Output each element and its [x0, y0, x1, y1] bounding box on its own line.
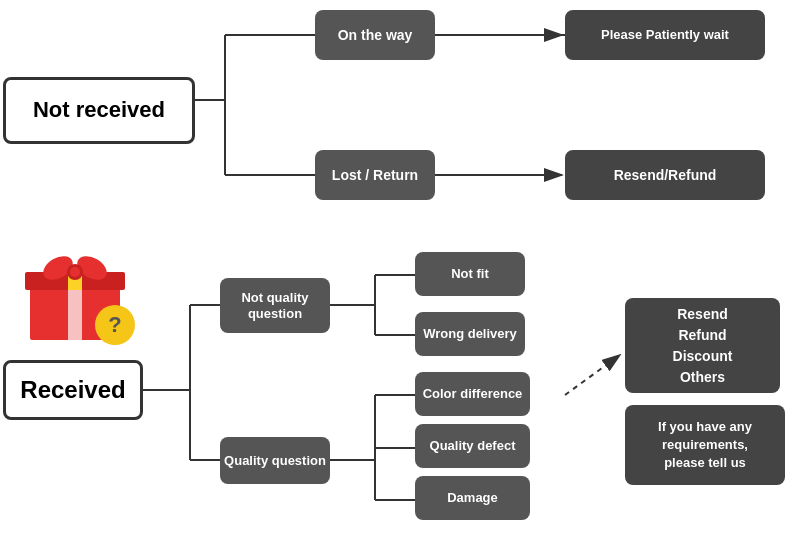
wrong-delivery-node: Wrong delivery: [415, 312, 525, 356]
flowchart-diagram: Not received On the way Please Patiently…: [0, 0, 800, 533]
not-quality-question-node: Not quality question: [220, 278, 330, 333]
quality-defect-node: Quality defect: [415, 424, 530, 468]
not-fit-node: Not fit: [415, 252, 525, 296]
if-you-have-node: If you have any requirements, please tel…: [625, 405, 785, 485]
svg-point-35: [70, 267, 80, 277]
please-wait-node: Please Patiently wait: [565, 10, 765, 60]
color-difference-node: Color difference: [415, 372, 530, 416]
quality-question-node: Quality question: [220, 437, 330, 484]
svg-line-26: [565, 355, 620, 395]
question-mark-badge: ?: [95, 305, 135, 345]
received-node: Received: [3, 360, 143, 420]
on-the-way-node: On the way: [315, 10, 435, 60]
resend-refund-1-node: Resend/Refund: [565, 150, 765, 200]
damage-node: Damage: [415, 476, 530, 520]
lost-return-node: Lost / Return: [315, 150, 435, 200]
resend-refund-2-node: Resend Refund Discount Others: [625, 298, 780, 393]
not-received-node: Not received: [3, 77, 195, 144]
